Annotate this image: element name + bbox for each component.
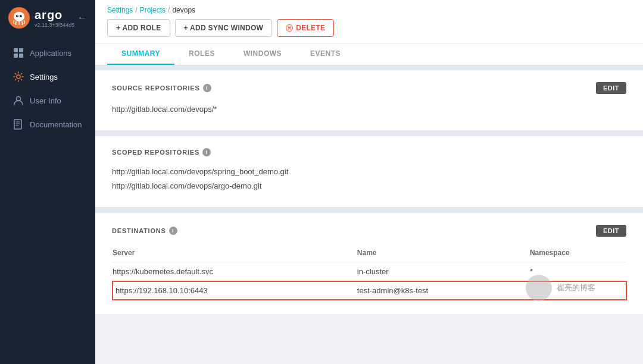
svg-point-10 (17, 75, 20, 79)
destinations-edit-button[interactable]: EDIT (596, 225, 626, 237)
svg-point-5 (21, 15, 22, 17)
book-icon (13, 119, 24, 130)
svg-point-4 (17, 15, 18, 17)
svg-point-2 (16, 15, 18, 17)
scoped-repositories-values: http://gitlab.local.com/devops/spring_bo… (112, 165, 626, 193)
scoped-repo-item-1: http://gitlab.local.com/devops/spring_bo… (112, 165, 626, 178)
tab-roles[interactable]: ROLES (174, 43, 229, 65)
logo: argo v2.11.3+3f344d5 (8, 7, 74, 29)
tabs-bar: SUMMARY ROLES WINDOWS EVENTS (95, 43, 643, 65)
svg-rect-7 (19, 48, 23, 52)
breadcrumb-sep-2: / (168, 6, 170, 14)
dest-namespace-2 (530, 281, 626, 300)
content-area: SOURCE REPOSITORIES i EDIT http://gitlab… (95, 65, 643, 364)
destinations-header: DESTINATIONS i EDIT (112, 225, 626, 237)
col-server: Server (113, 245, 357, 262)
gear-icon (13, 71, 24, 82)
grid-icon (13, 48, 24, 58)
app-version: v2.11.3+3f344d5 (35, 22, 74, 28)
destinations-title: DESTINATIONS i (112, 227, 177, 235)
svg-rect-8 (14, 54, 18, 58)
destinations-info-icon[interactable]: i (169, 227, 177, 235)
breadcrumb-settings[interactable]: Settings (107, 6, 133, 14)
sidebar: argo v2.11.3+3f344d5 ← Applications Sett… (0, 0, 95, 364)
destinations-section: DESTINATIONS i EDIT Server Name Namespac… (95, 213, 643, 314)
dest-server-1: https://kubernetes.default.svc (113, 262, 357, 281)
scoped-repositories-header: SCOPED REPOSITORIES i (112, 148, 626, 156)
col-namespace: Namespace (530, 245, 626, 262)
scoped-repositories-title: SCOPED REPOSITORIES i (112, 148, 211, 156)
documentation-label: Documentation (30, 120, 82, 129)
scoped-repositories-info-icon[interactable]: i (202, 148, 211, 156)
add-role-button[interactable]: + ADD ROLE (107, 19, 170, 37)
svg-point-1 (14, 12, 24, 21)
sidebar-nav: Applications Settings User Info Document… (0, 40, 95, 364)
breadcrumb-projects[interactable]: Projects (140, 6, 166, 14)
col-name: Name (357, 245, 530, 262)
tab-windows[interactable]: WINDOWS (229, 43, 296, 65)
delete-button[interactable]: DELETE (277, 19, 334, 37)
sidebar-item-settings[interactable]: Settings (4, 65, 92, 88)
source-repositories-section: SOURCE REPOSITORIES i EDIT http://gitlab… (95, 70, 643, 130)
breadcrumb-sep-1: / (135, 6, 137, 14)
add-sync-window-button[interactable]: + ADD SYNC WINDOW (175, 19, 273, 37)
source-repositories-header: SOURCE REPOSITORIES i EDIT (112, 82, 626, 94)
sidebar-header: argo v2.11.3+3f344d5 ← (0, 0, 95, 33)
tab-summary[interactable]: SUMMARY (107, 43, 174, 65)
app-name: argo (35, 8, 74, 21)
dest-name-1: in-cluster (357, 262, 530, 281)
scoped-repositories-section: SCOPED REPOSITORIES i http://gitlab.loca… (95, 136, 643, 207)
destinations-table: Server Name Namespace https://kubernetes… (112, 245, 626, 300)
breadcrumb-current: devops (172, 6, 195, 14)
table-row: https://kubernetes.default.svc in-cluste… (113, 262, 626, 281)
delete-icon (286, 24, 293, 32)
back-button[interactable]: ← (77, 12, 87, 23)
user-icon (13, 95, 24, 106)
svg-rect-6 (14, 48, 18, 52)
source-repositories-edit-button[interactable]: EDIT (596, 82, 626, 94)
spacer-1 (95, 130, 643, 136)
settings-label: Settings (30, 73, 58, 81)
toolbar: + ADD ROLE + ADD SYNC WINDOW DELETE (107, 19, 631, 37)
sidebar-item-user-info[interactable]: User Info (4, 89, 92, 112)
tab-events[interactable]: EVENTS (296, 43, 355, 65)
table-row-highlighted: https://192.168.10.10:6443 test-admin@k8… (113, 281, 626, 300)
spacer-2 (95, 207, 643, 213)
top-spacer (95, 65, 643, 70)
sidebar-item-documentation[interactable]: Documentation (4, 113, 92, 136)
svg-rect-9 (19, 54, 23, 58)
logo-text: argo v2.11.3+3f344d5 (35, 8, 74, 28)
header: Settings / Projects / devops + ADD ROLE … (95, 0, 643, 43)
source-repositories-title: SOURCE REPOSITORIES i (112, 84, 211, 92)
breadcrumb: Settings / Projects / devops (107, 6, 631, 14)
scoped-repo-item-2: http://gitlab.local.com/devops/argo-demo… (112, 179, 626, 193)
user-info-label: User Info (30, 96, 61, 105)
source-repositories-info-icon[interactable]: i (203, 84, 211, 92)
applications-label: Applications (30, 49, 71, 58)
svg-rect-12 (14, 120, 21, 129)
dest-namespace-1: * (530, 262, 626, 281)
source-repositories-value: http://gitlab.local.com/devops/* (112, 102, 626, 116)
sidebar-item-applications[interactable]: Applications (4, 42, 92, 64)
argo-logo-icon (8, 7, 30, 29)
source-repo-item: http://gitlab.local.com/devops/* (112, 102, 626, 116)
svg-point-3 (20, 15, 22, 17)
dest-name-2: test-admin@k8s-test (357, 281, 530, 300)
main-content: Settings / Projects / devops + ADD ROLE … (95, 0, 643, 364)
dest-server-2: https://192.168.10.10:6443 (113, 281, 357, 300)
